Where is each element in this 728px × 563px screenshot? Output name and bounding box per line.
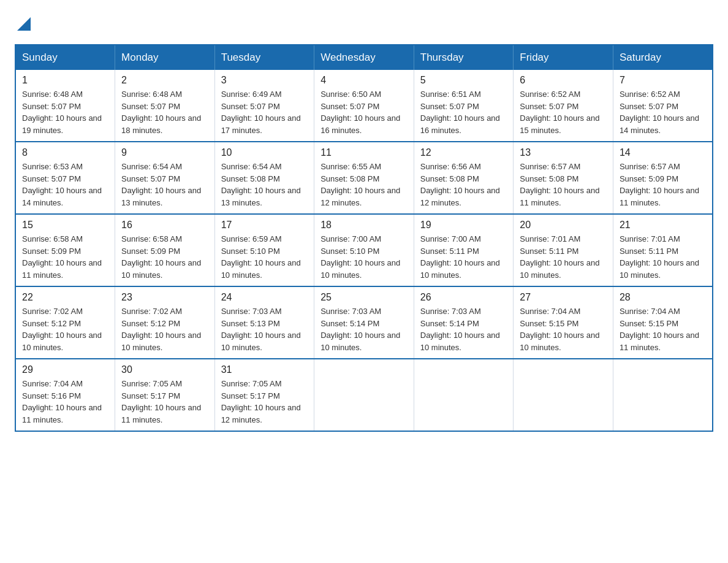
day-info: Sunrise: 7:03 AMSunset: 5:13 PMDaylight:… bbox=[221, 305, 308, 353]
calendar-table: SundayMondayTuesdayWednesdayThursdayFrid… bbox=[15, 44, 713, 432]
day-info: Sunrise: 7:02 AMSunset: 5:12 PMDaylight:… bbox=[22, 305, 108, 353]
day-info: Sunrise: 7:02 AMSunset: 5:12 PMDaylight:… bbox=[121, 305, 208, 353]
calendar-cell bbox=[514, 359, 613, 431]
calendar-cell: 20Sunrise: 7:01 AMSunset: 5:11 PMDayligh… bbox=[514, 214, 613, 286]
day-number: 13 bbox=[520, 147, 607, 158]
day-info: Sunrise: 7:04 AMSunset: 5:15 PMDaylight:… bbox=[520, 305, 607, 353]
day-number: 31 bbox=[221, 364, 308, 375]
calendar-cell: 22Sunrise: 7:02 AMSunset: 5:12 PMDayligh… bbox=[15, 286, 115, 359]
day-info: Sunrise: 6:49 AMSunset: 5:07 PMDaylight:… bbox=[221, 88, 308, 136]
logo bbox=[15, 15, 31, 32]
day-number: 27 bbox=[520, 292, 607, 303]
day-number: 28 bbox=[620, 292, 706, 303]
calendar-cell: 16Sunrise: 6:58 AMSunset: 5:09 PMDayligh… bbox=[115, 214, 215, 286]
day-info: Sunrise: 6:58 AMSunset: 5:09 PMDaylight:… bbox=[121, 233, 208, 281]
day-number: 25 bbox=[320, 292, 408, 303]
calendar-cell bbox=[314, 359, 414, 431]
calendar-cell: 25Sunrise: 7:03 AMSunset: 5:14 PMDayligh… bbox=[314, 286, 414, 359]
calendar-week-row: 22Sunrise: 7:02 AMSunset: 5:12 PMDayligh… bbox=[15, 286, 713, 359]
day-number: 23 bbox=[121, 292, 208, 303]
calendar-cell: 30Sunrise: 7:05 AMSunset: 5:17 PMDayligh… bbox=[115, 359, 215, 431]
day-number: 17 bbox=[221, 220, 308, 231]
calendar-cell: 18Sunrise: 7:00 AMSunset: 5:10 PMDayligh… bbox=[314, 214, 414, 286]
calendar-week-row: 8Sunrise: 6:53 AMSunset: 5:07 PMDaylight… bbox=[15, 142, 713, 214]
day-info: Sunrise: 6:48 AMSunset: 5:07 PMDaylight:… bbox=[22, 88, 108, 136]
day-number: 9 bbox=[121, 147, 208, 158]
calendar-cell: 11Sunrise: 6:55 AMSunset: 5:08 PMDayligh… bbox=[314, 142, 414, 214]
day-info: Sunrise: 6:53 AMSunset: 5:07 PMDaylight:… bbox=[22, 161, 108, 209]
header-friday: Friday bbox=[514, 45, 613, 70]
calendar-cell: 15Sunrise: 6:58 AMSunset: 5:09 PMDayligh… bbox=[15, 214, 115, 286]
day-info: Sunrise: 6:50 AMSunset: 5:07 PMDaylight:… bbox=[320, 88, 408, 136]
calendar-header-row: SundayMondayTuesdayWednesdayThursdayFrid… bbox=[15, 45, 713, 70]
day-number: 2 bbox=[121, 75, 208, 86]
day-info: Sunrise: 7:00 AMSunset: 5:10 PMDaylight:… bbox=[320, 233, 408, 281]
day-info: Sunrise: 7:01 AMSunset: 5:11 PMDaylight:… bbox=[620, 233, 706, 281]
calendar-cell: 19Sunrise: 7:00 AMSunset: 5:11 PMDayligh… bbox=[414, 214, 514, 286]
day-number: 20 bbox=[520, 220, 607, 231]
calendar-week-row: 1Sunrise: 6:48 AMSunset: 5:07 PMDaylight… bbox=[15, 70, 713, 142]
header-monday: Monday bbox=[115, 45, 215, 70]
header-saturday: Saturday bbox=[613, 45, 713, 70]
day-info: Sunrise: 6:52 AMSunset: 5:07 PMDaylight:… bbox=[620, 88, 706, 136]
day-number: 26 bbox=[420, 292, 507, 303]
day-number: 15 bbox=[22, 220, 108, 231]
calendar-cell: 29Sunrise: 7:04 AMSunset: 5:16 PMDayligh… bbox=[15, 359, 115, 431]
day-info: Sunrise: 7:03 AMSunset: 5:14 PMDaylight:… bbox=[320, 305, 408, 353]
calendar-cell: 3Sunrise: 6:49 AMSunset: 5:07 PMDaylight… bbox=[214, 70, 314, 142]
calendar-cell: 14Sunrise: 6:57 AMSunset: 5:09 PMDayligh… bbox=[613, 142, 713, 214]
day-info: Sunrise: 6:51 AMSunset: 5:07 PMDaylight:… bbox=[420, 88, 507, 136]
day-number: 19 bbox=[420, 220, 507, 231]
day-info: Sunrise: 6:54 AMSunset: 5:08 PMDaylight:… bbox=[221, 161, 308, 209]
calendar-cell: 6Sunrise: 6:52 AMSunset: 5:07 PMDaylight… bbox=[514, 70, 613, 142]
header-tuesday: Tuesday bbox=[214, 45, 314, 70]
day-info: Sunrise: 6:55 AMSunset: 5:08 PMDaylight:… bbox=[320, 161, 408, 209]
day-number: 22 bbox=[22, 292, 108, 303]
calendar-cell: 28Sunrise: 7:04 AMSunset: 5:15 PMDayligh… bbox=[613, 286, 713, 359]
header-wednesday: Wednesday bbox=[314, 45, 414, 70]
day-info: Sunrise: 6:57 AMSunset: 5:09 PMDaylight:… bbox=[620, 161, 706, 209]
calendar-cell: 5Sunrise: 6:51 AMSunset: 5:07 PMDaylight… bbox=[414, 70, 514, 142]
day-number: 16 bbox=[121, 220, 208, 231]
day-number: 14 bbox=[620, 147, 706, 158]
calendar-cell: 2Sunrise: 6:48 AMSunset: 5:07 PMDaylight… bbox=[115, 70, 215, 142]
calendar-week-row: 29Sunrise: 7:04 AMSunset: 5:16 PMDayligh… bbox=[15, 359, 713, 431]
day-number: 8 bbox=[22, 147, 108, 158]
day-info: Sunrise: 6:57 AMSunset: 5:08 PMDaylight:… bbox=[520, 161, 607, 209]
day-info: Sunrise: 7:00 AMSunset: 5:11 PMDaylight:… bbox=[420, 233, 507, 281]
day-info: Sunrise: 6:54 AMSunset: 5:07 PMDaylight:… bbox=[121, 161, 208, 209]
day-number: 24 bbox=[221, 292, 308, 303]
calendar-cell: 26Sunrise: 7:03 AMSunset: 5:14 PMDayligh… bbox=[414, 286, 514, 359]
day-number: 4 bbox=[320, 75, 408, 86]
day-number: 1 bbox=[22, 75, 108, 86]
day-info: Sunrise: 7:04 AMSunset: 5:16 PMDaylight:… bbox=[22, 378, 108, 426]
day-number: 6 bbox=[520, 75, 607, 86]
calendar-cell bbox=[613, 359, 713, 431]
day-info: Sunrise: 7:03 AMSunset: 5:14 PMDaylight:… bbox=[420, 305, 507, 353]
calendar-cell: 9Sunrise: 6:54 AMSunset: 5:07 PMDaylight… bbox=[115, 142, 215, 214]
calendar-cell: 17Sunrise: 6:59 AMSunset: 5:10 PMDayligh… bbox=[214, 214, 314, 286]
page-header bbox=[15, 15, 713, 32]
day-number: 21 bbox=[620, 220, 706, 231]
day-number: 7 bbox=[620, 75, 706, 86]
calendar-cell: 31Sunrise: 7:05 AMSunset: 5:17 PMDayligh… bbox=[214, 359, 314, 431]
calendar-cell: 10Sunrise: 6:54 AMSunset: 5:08 PMDayligh… bbox=[214, 142, 314, 214]
day-number: 11 bbox=[320, 147, 408, 158]
day-number: 30 bbox=[121, 364, 208, 375]
header-thursday: Thursday bbox=[414, 45, 514, 70]
calendar-cell: 4Sunrise: 6:50 AMSunset: 5:07 PMDaylight… bbox=[314, 70, 414, 142]
svg-marker-0 bbox=[17, 17, 31, 31]
day-info: Sunrise: 7:05 AMSunset: 5:17 PMDaylight:… bbox=[121, 378, 208, 426]
day-info: Sunrise: 6:56 AMSunset: 5:08 PMDaylight:… bbox=[420, 161, 507, 209]
calendar-cell: 7Sunrise: 6:52 AMSunset: 5:07 PMDaylight… bbox=[613, 70, 713, 142]
day-info: Sunrise: 7:01 AMSunset: 5:11 PMDaylight:… bbox=[520, 233, 607, 281]
calendar-cell: 8Sunrise: 6:53 AMSunset: 5:07 PMDaylight… bbox=[15, 142, 115, 214]
day-info: Sunrise: 6:52 AMSunset: 5:07 PMDaylight:… bbox=[520, 88, 607, 136]
calendar-cell: 12Sunrise: 6:56 AMSunset: 5:08 PMDayligh… bbox=[414, 142, 514, 214]
calendar-week-row: 15Sunrise: 6:58 AMSunset: 5:09 PMDayligh… bbox=[15, 214, 713, 286]
day-info: Sunrise: 6:59 AMSunset: 5:10 PMDaylight:… bbox=[221, 233, 308, 281]
calendar-cell bbox=[414, 359, 514, 431]
day-info: Sunrise: 7:05 AMSunset: 5:17 PMDaylight:… bbox=[221, 378, 308, 426]
logo-triangle-icon bbox=[17, 17, 31, 33]
day-info: Sunrise: 6:48 AMSunset: 5:07 PMDaylight:… bbox=[121, 88, 208, 136]
